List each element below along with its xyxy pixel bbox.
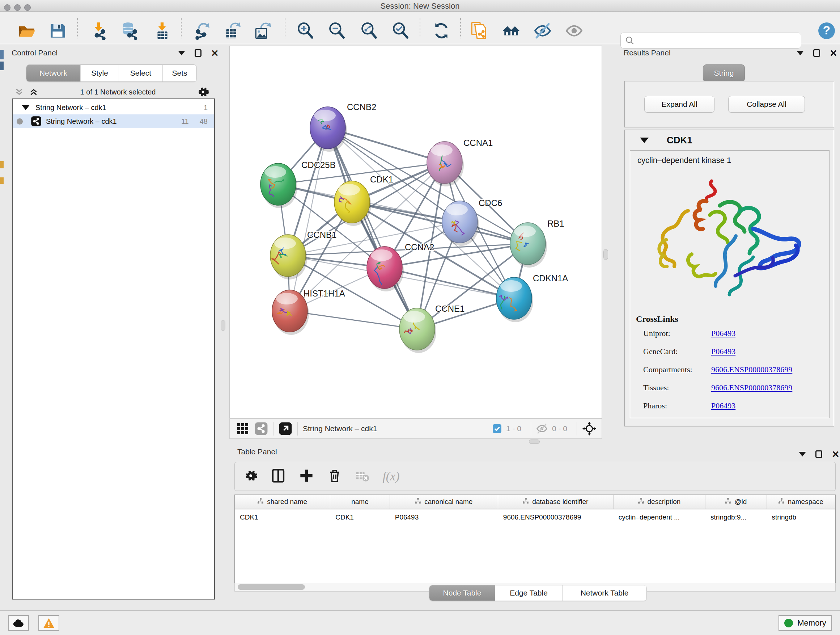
tab-style[interactable]: Style (81, 65, 119, 81)
network-node-CCNB2[interactable] (310, 107, 347, 152)
network-node-CDC25B[interactable] (261, 163, 297, 208)
hide-selected-icon[interactable] (534, 22, 552, 40)
network-row-selected[interactable]: String Network – cdk1 11 48 (13, 114, 214, 128)
column-header-database-identifier[interactable]: database identifier (498, 495, 614, 509)
open-session-icon[interactable] (18, 22, 36, 40)
export-network-icon[interactable] (193, 22, 211, 40)
save-session-icon[interactable] (49, 22, 66, 40)
network-node-CDK1[interactable] (334, 181, 371, 226)
tab-edge-table[interactable]: Edge Table (495, 585, 562, 600)
collapse-panel-icon[interactable] (797, 51, 804, 55)
close-panel-icon[interactable]: ✕ (211, 50, 219, 57)
memory-button[interactable]: Memory (778, 615, 832, 631)
import-network-from-database-icon[interactable] (120, 22, 139, 40)
close-panel-icon[interactable]: ✕ (829, 50, 837, 57)
crosslink-value-link[interactable]: P06493 (711, 401, 736, 410)
import-table-icon[interactable] (153, 22, 171, 40)
network-node-CDKN1A[interactable] (496, 277, 533, 322)
table-cell[interactable]: stringdb:9... (706, 510, 767, 524)
import-network-icon[interactable] (89, 22, 107, 40)
show-all-icon[interactable] (565, 22, 583, 40)
network-node-CCNA2[interactable] (367, 247, 404, 291)
show-columns-icon[interactable] (271, 469, 286, 485)
tab-network[interactable]: Network (27, 65, 81, 81)
network-canvas[interactable]: CCNB2CCNA1CDC25BCDK1CDC6RB1CCNB1CCNA2CDK… (229, 46, 602, 418)
network-edge[interactable] (328, 128, 417, 329)
create-column-icon[interactable] (299, 469, 314, 485)
table-cell[interactable]: P06493 (390, 510, 498, 524)
column-header-description[interactable]: description (614, 495, 706, 509)
tab-string[interactable]: String (703, 65, 745, 82)
search-input[interactable] (638, 36, 801, 45)
tab-node-table[interactable]: Node Table (429, 585, 495, 600)
column-header-shared-name[interactable]: shared name (235, 495, 330, 509)
delete-column-icon[interactable] (328, 469, 341, 484)
warning-status-button[interactable] (38, 615, 59, 631)
export-table-icon[interactable] (223, 22, 241, 40)
network-node-CCNA1[interactable] (427, 141, 464, 187)
column-header-label: @id (734, 498, 747, 506)
crosslink-value-link[interactable]: 9606.ENSP00000378699 (711, 365, 792, 374)
help-icon[interactable]: ? (818, 22, 836, 40)
table-cell[interactable]: CDK1 (330, 510, 390, 524)
table-cell[interactable]: cyclin–dependent ... (614, 510, 706, 524)
network-view-icon[interactable] (254, 422, 268, 435)
bottom-splitter-grip[interactable] (529, 440, 540, 444)
crosslink-value-link[interactable]: P06493 (711, 329, 736, 338)
node-label-CCNA1: CCNA1 (463, 138, 493, 148)
zoom-out-icon[interactable] (328, 22, 346, 40)
column-header-name[interactable]: name (330, 495, 390, 509)
pan-crosshair-icon[interactable] (582, 421, 597, 436)
expand-all-tree-icon[interactable] (14, 87, 25, 97)
table-cell[interactable]: 9606.ENSP00000378699 (498, 510, 614, 524)
crosslink-value-link[interactable]: P06493 (711, 347, 736, 356)
network-options-gear-icon[interactable] (197, 86, 209, 98)
scrollbar-thumb[interactable] (238, 584, 305, 590)
network-node-CCNB1[interactable] (270, 234, 307, 279)
collapse-panel-icon[interactable] (178, 51, 185, 55)
network-node-CDC6[interactable] (442, 201, 479, 246)
collapse-panel-icon[interactable] (799, 452, 806, 456)
zoom-in-icon[interactable] (296, 22, 314, 40)
string-network-graph[interactable]: CCNB2CCNA1CDC25BCDK1CDC6RB1CCNB1CCNA2CDK… (230, 46, 602, 419)
birdseye-view-icon[interactable] (279, 422, 292, 435)
network-collection-row[interactable]: String Network – cdk1 1 (13, 101, 214, 114)
grid-view-icon[interactable] (236, 422, 249, 435)
table-row[interactable]: CDK1CDK1P064939606.ENSP00000378699cyclin… (235, 510, 835, 524)
right-splitter-grip[interactable] (603, 249, 608, 260)
protein-card-header[interactable]: CDK1 (625, 130, 834, 150)
export-image-icon[interactable] (253, 22, 271, 40)
float-panel-icon[interactable] (813, 49, 820, 57)
column-header--id[interactable]: @id (706, 495, 767, 509)
tab-network-table[interactable]: Network Table (562, 585, 646, 600)
network-node-CCNE1[interactable] (399, 308, 436, 353)
table-options-gear-icon[interactable] (244, 469, 257, 484)
network-edge[interactable] (385, 268, 514, 298)
column-header-namespace[interactable]: namespace (767, 495, 835, 509)
cloud-status-button[interactable] (8, 615, 29, 631)
table-cell[interactable]: stringdb (767, 510, 835, 524)
tab-sets[interactable]: Sets (163, 65, 196, 81)
float-panel-icon[interactable] (195, 49, 202, 57)
selected-checkbox-icon[interactable] (493, 424, 502, 433)
collapse-all-button[interactable]: Collapse All (728, 96, 805, 112)
tab-select[interactable]: Select (119, 65, 163, 81)
zoom-fit-icon[interactable] (360, 22, 378, 40)
network-edge[interactable] (290, 128, 328, 311)
network-node-RB1[interactable] (510, 223, 547, 268)
crosslink-value-link[interactable]: 9606.ENSP00000378699 (711, 383, 792, 393)
float-panel-icon[interactable] (815, 450, 822, 458)
network-from-selection-icon[interactable] (470, 22, 488, 40)
collapse-all-tree-icon[interactable] (28, 87, 39, 97)
return-home-icon[interactable] (502, 22, 520, 40)
node-table-grid[interactable]: shared namenamecanonical namedatabase id… (234, 494, 836, 584)
expand-all-button[interactable]: Expand All (644, 96, 714, 112)
left-splitter-grip[interactable] (221, 320, 225, 331)
collapse-section-icon[interactable] (640, 138, 649, 143)
apply-layout-icon[interactable] (432, 22, 450, 40)
tree-expander-icon[interactable] (22, 105, 30, 110)
zoom-selected-icon[interactable] (392, 22, 409, 40)
column-header-canonical-name[interactable]: canonical name (390, 495, 498, 509)
close-panel-icon[interactable]: ✕ (832, 451, 840, 458)
table-cell[interactable]: CDK1 (235, 510, 330, 524)
